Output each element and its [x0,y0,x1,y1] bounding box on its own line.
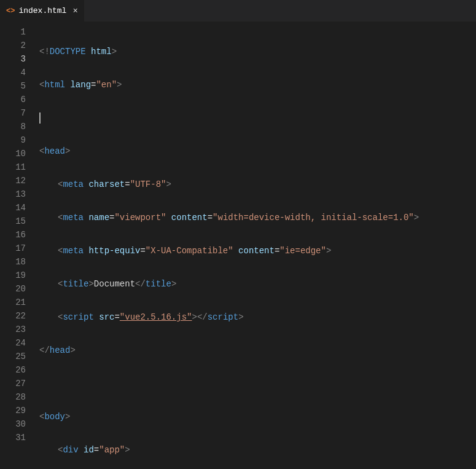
text-cursor [39,112,41,124]
code-line [39,111,476,125]
line-number: 2 [0,39,37,52]
code-line: <body> [39,410,476,424]
line-number: 27 [0,377,37,390]
line-number: 17 [0,242,37,255]
code-editor[interactable]: 1 2 3 4 5 6 7 8 9 10 11 12 13 14 15 16 1… [0,22,476,469]
close-icon[interactable]: × [72,6,77,16]
line-number: 11 [0,160,37,174]
line-number: 7 [0,106,37,120]
line-number: 9 [0,133,37,147]
code-line: <!DOCTYPE html> [39,45,476,58]
tab-label: index.html [18,6,66,15]
line-number: 6 [0,93,37,106]
line-number: 20 [0,282,37,296]
line-number: 15 [0,215,37,228]
code-line [39,377,476,390]
tab-index-html[interactable]: <> index.html × [0,0,85,22]
line-number: 31 [0,431,37,444]
line-number: 13 [0,187,37,201]
code-line: <meta charset="UTF-8"> [39,178,476,191]
line-number: 16 [0,228,37,242]
line-number: 26 [0,363,37,377]
code-line: <script src="vue2.5.16.js"></script> [39,310,476,324]
line-number: 18 [0,255,37,269]
line-number: 1 [0,25,37,39]
code-line: <head> [39,144,476,158]
line-number: 8 [0,120,37,133]
line-number: 14 [0,201,37,215]
tab-bar: <> index.html × [0,0,476,22]
line-number-gutter: 1 2 3 4 5 6 7 8 9 10 11 12 13 14 15 16 1… [0,22,37,469]
line-number: 10 [0,147,37,160]
line-number: 21 [0,296,37,309]
line-number: 24 [0,336,37,350]
line-number: 3 [0,52,37,66]
line-number: 5 [0,79,37,93]
line-number: 22 [0,309,37,323]
code-line: <title>Document</title> [39,277,476,291]
line-number: 30 [0,417,37,431]
line-number: 4 [0,66,37,79]
line-number: 29 [0,404,37,417]
code-line: <meta name="viewport" content="width=dev… [39,211,476,224]
line-number: 28 [0,390,37,404]
code-line: <div id="app"> [39,443,476,457]
code-line: <meta http-equiv="X-UA-Compatible" conte… [39,244,476,258]
line-number: 12 [0,174,37,187]
line-number: 23 [0,323,37,336]
code-line: </head> [39,344,476,357]
line-number: 19 [0,269,37,282]
line-number: 25 [0,350,37,363]
code-line: <html lang="en"> [39,78,476,92]
html-file-icon: <> [6,7,15,15]
code-content[interactable]: <!DOCTYPE html> <html lang="en"> <head> … [37,22,476,469]
